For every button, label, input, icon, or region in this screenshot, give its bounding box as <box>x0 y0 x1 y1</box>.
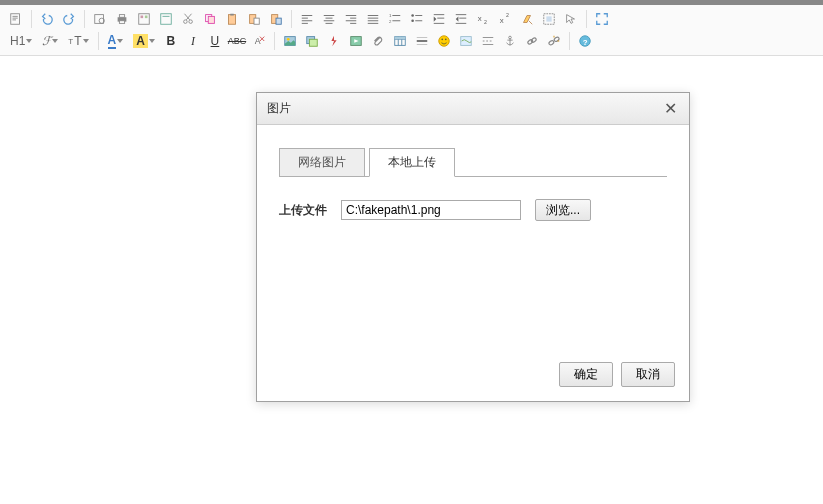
select-all-icon[interactable] <box>539 9 559 29</box>
svg-rect-10 <box>141 16 144 19</box>
fullscreen-icon[interactable] <box>592 9 612 29</box>
svg-rect-11 <box>145 16 148 19</box>
svg-rect-20 <box>229 15 236 25</box>
align-right-icon[interactable] <box>341 9 361 29</box>
cancel-button[interactable]: 取消 <box>621 362 675 387</box>
bg-color-label: A <box>133 34 148 48</box>
unlink-icon[interactable] <box>544 31 564 51</box>
pagebreak-icon[interactable] <box>478 31 498 51</box>
table-icon[interactable] <box>390 31 410 51</box>
ok-button[interactable]: 确定 <box>559 362 613 387</box>
svg-line-60 <box>529 21 533 25</box>
dialog-footer: 确定 取消 <box>257 352 689 401</box>
svg-point-79 <box>445 38 447 40</box>
code-icon[interactable] <box>156 9 176 29</box>
svg-point-89 <box>548 40 554 46</box>
align-center-icon[interactable] <box>319 9 339 29</box>
svg-rect-7 <box>119 15 124 18</box>
italic-label: I <box>191 34 195 49</box>
attachment-icon[interactable] <box>368 31 388 51</box>
svg-point-14 <box>184 20 188 24</box>
toolbar-row-2: H1 ℱ TT A A B I U ABC A ? <box>6 31 817 51</box>
dialog-body: 网络图片 本地上传 上传文件 浏览... <box>257 125 689 352</box>
heading-selector[interactable]: H1 <box>6 31 36 51</box>
toolbar-row-1: 12 x2 x2 <box>6 9 817 29</box>
indent-icon[interactable] <box>429 9 449 29</box>
redo-icon[interactable] <box>59 9 79 29</box>
svg-point-77 <box>439 36 450 47</box>
svg-rect-62 <box>546 16 551 21</box>
file-path-input[interactable] <box>341 200 521 220</box>
selector-icon[interactable] <box>561 9 581 29</box>
svg-text:?: ? <box>583 38 588 47</box>
fontface-selector[interactable]: ℱ <box>38 31 62 51</box>
preview-icon[interactable] <box>90 9 110 29</box>
fontsize-icon: T <box>68 37 73 46</box>
superscript-icon[interactable]: x2 <box>495 9 515 29</box>
svg-point-65 <box>287 38 290 41</box>
svg-rect-8 <box>119 21 124 24</box>
tab-local-upload[interactable]: 本地上传 <box>369 148 455 177</box>
link-icon[interactable] <box>522 31 542 51</box>
paste-word-icon[interactable] <box>266 9 286 29</box>
svg-rect-0 <box>11 14 20 25</box>
subscript-icon[interactable]: x2 <box>473 9 493 29</box>
dialog-tabs: 网络图片 本地上传 <box>279 147 667 177</box>
map-icon[interactable] <box>456 31 476 51</box>
align-left-icon[interactable] <box>297 9 317 29</box>
svg-text:2: 2 <box>389 19 392 24</box>
anchor-icon[interactable] <box>500 31 520 51</box>
underline-label: U <box>211 34 220 48</box>
font-color-label: A <box>108 33 117 49</box>
hr-icon[interactable] <box>412 31 432 51</box>
media-icon[interactable] <box>346 31 366 51</box>
strikethrough-button[interactable]: ABC <box>227 31 247 51</box>
font-color-selector[interactable]: A <box>104 31 128 51</box>
paste-icon[interactable] <box>222 9 242 29</box>
bold-button[interactable]: B <box>161 31 181 51</box>
ordered-list-icon[interactable]: 12 <box>385 9 405 29</box>
bg-color-selector[interactable]: A <box>129 31 159 51</box>
italic-button[interactable]: I <box>183 31 203 51</box>
svg-point-46 <box>411 14 414 17</box>
svg-rect-21 <box>230 14 234 16</box>
image-icon[interactable] <box>280 31 300 51</box>
help-icon[interactable]: ? <box>575 31 595 51</box>
bold-label: B <box>167 34 176 48</box>
multi-image-icon[interactable] <box>302 31 322 51</box>
emoji-icon[interactable] <box>434 31 454 51</box>
browse-button[interactable]: 浏览... <box>535 199 591 221</box>
paste-plain-icon[interactable] <box>244 9 264 29</box>
underline-button[interactable]: U <box>205 31 225 51</box>
clear-format-icon[interactable] <box>517 9 537 29</box>
svg-point-47 <box>411 19 414 22</box>
editor-toolbar: 12 x2 x2 H1 ℱ TT A A B I U ABC A <box>0 5 823 56</box>
svg-text:x: x <box>500 16 504 25</box>
remove-format-icon[interactable]: A <box>249 31 269 51</box>
svg-rect-67 <box>309 39 317 46</box>
flash-icon[interactable] <box>324 31 344 51</box>
outdent-icon[interactable] <box>451 9 471 29</box>
fontsize-icon2: T <box>74 34 81 48</box>
close-icon[interactable]: ✕ <box>661 99 679 118</box>
dialog-title-text: 图片 <box>267 100 291 117</box>
svg-point-88 <box>531 37 537 43</box>
print-icon[interactable] <box>112 9 132 29</box>
cut-icon[interactable] <box>178 9 198 29</box>
svg-text:1: 1 <box>389 13 392 18</box>
unordered-list-icon[interactable] <box>407 9 427 29</box>
fontsize-selector[interactable]: TT <box>64 31 92 51</box>
undo-icon[interactable] <box>37 9 57 29</box>
template-icon[interactable] <box>134 9 154 29</box>
source-icon[interactable] <box>6 9 26 29</box>
upload-row: 上传文件 浏览... <box>279 199 667 221</box>
upload-file-label: 上传文件 <box>279 202 327 219</box>
align-justify-icon[interactable] <box>363 9 383 29</box>
dialog-titlebar[interactable]: 图片 ✕ <box>257 93 689 125</box>
svg-text:2: 2 <box>506 12 509 18</box>
svg-text:x: x <box>478 14 482 23</box>
image-dialog: 图片 ✕ 网络图片 本地上传 上传文件 浏览... 确定 取消 <box>256 92 690 402</box>
tab-network-image[interactable]: 网络图片 <box>279 148 365 177</box>
strike-label: ABC <box>228 36 247 46</box>
copy-icon[interactable] <box>200 9 220 29</box>
